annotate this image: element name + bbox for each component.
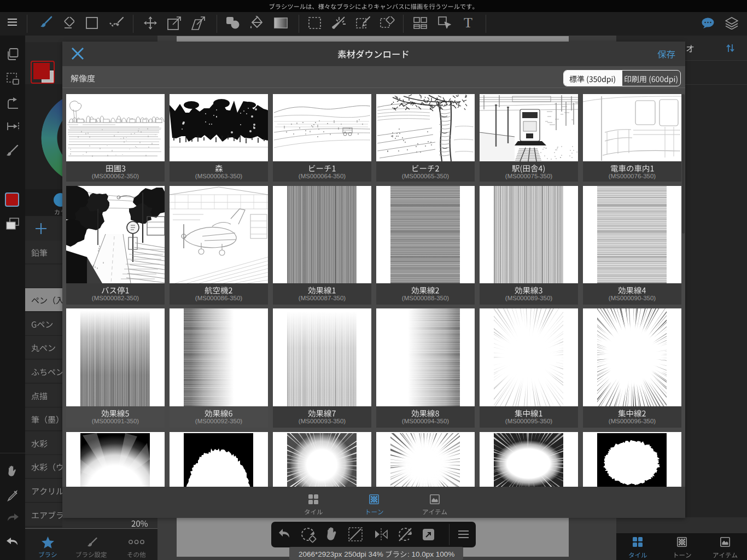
svg-text:T: T [464, 16, 472, 30]
